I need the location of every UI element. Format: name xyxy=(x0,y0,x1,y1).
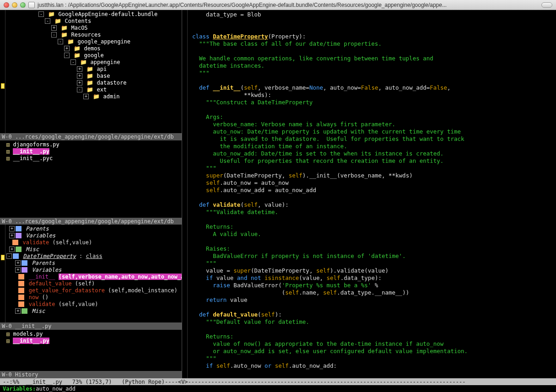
expand-collapse-icon[interactable]: - xyxy=(38,11,44,17)
outline-item[interactable]: + Parents xyxy=(6,260,182,267)
tree-item[interactable]: + 📁 api xyxy=(6,66,182,73)
tree-item[interactable]: - 📁 Resources xyxy=(6,32,182,38)
folder-icon: 📁 xyxy=(80,59,87,65)
minibuffer[interactable]: Variables: auto_now_add xyxy=(0,385,556,392)
directory-tree[interactable]: - 📁 GoogleAppEngine-default.bundle- 📁 Co… xyxy=(0,10,182,101)
code-line: Returns: xyxy=(192,223,551,231)
folder-icon: 📁 xyxy=(74,52,81,59)
code-line: class DateTimeProperty(Property): xyxy=(192,33,551,40)
gutter-mark-icon xyxy=(1,255,5,260)
expand-collapse-icon[interactable]: - xyxy=(6,253,12,259)
code-line: def __init__(self, verbose_name=None, au… xyxy=(192,84,551,91)
list-item[interactable]: ▤ __init__.py xyxy=(1,338,182,344)
expand-collapse-icon[interactable]: + xyxy=(77,66,82,72)
expand-collapse-icon[interactable]: + xyxy=(64,46,70,51)
expand-collapse-icon[interactable]: + xyxy=(15,308,21,314)
folder-icon: 📁 xyxy=(74,45,81,52)
expand-collapse-icon[interactable]: - xyxy=(45,18,50,24)
expand-collapse-icon[interactable]: + xyxy=(9,233,15,238)
list-item[interactable]: ▤ __init__.pyc xyxy=(1,155,182,162)
tree-item-label: datastore xyxy=(97,80,126,86)
outline-tree[interactable]: + Parents+ Variables validate (self,valu… xyxy=(0,225,182,316)
outline-item[interactable]: default_value (self) xyxy=(6,280,182,287)
method-icon xyxy=(12,240,18,245)
outline-item[interactable]: + Misc xyxy=(6,246,182,253)
outline-item[interactable]: get_value_for_datastore (self,model_inst… xyxy=(6,287,182,294)
tree-item[interactable]: + 📁 datastore xyxy=(6,80,182,86)
minimize-icon[interactable] xyxy=(12,2,17,8)
list-item[interactable]: ▤ models.py xyxy=(1,331,182,338)
tree-item[interactable]: + 📁 MacOS xyxy=(6,25,182,32)
outline-item[interactable]: + Parents xyxy=(6,226,182,232)
tree-item[interactable]: + 📁 base xyxy=(6,73,182,80)
tree-item[interactable]: + 📁 admin xyxy=(6,93,182,100)
code-line: """ xyxy=(192,165,551,172)
code-line xyxy=(192,326,551,333)
code-line: """ xyxy=(192,355,551,362)
code-line: """ xyxy=(192,260,551,267)
outline-item[interactable]: + Variables xyxy=(6,232,182,239)
tree-item[interactable]: - 📁 Contents xyxy=(6,18,182,25)
expand-collapse-icon[interactable]: + xyxy=(9,247,15,252)
outline-item[interactable]: - DateTimeProperty : class xyxy=(6,253,182,260)
list-item[interactable]: ▤ __init__.py xyxy=(1,148,182,155)
tree-item[interactable]: + 📁 demos xyxy=(6,45,182,52)
window-titlebar: justthis.lan : /Applications/GoogleAppEn… xyxy=(0,0,556,10)
titlebar-pill-icon[interactable] xyxy=(541,2,552,8)
expand-collapse-icon[interactable]: - xyxy=(70,59,76,65)
expand-collapse-icon[interactable]: + xyxy=(77,73,82,79)
outline-item[interactable]: validate (self,value) xyxy=(6,301,182,308)
file-list-2-header: W-0 __init__.py xyxy=(0,322,182,330)
expand-collapse-icon[interactable]: + xyxy=(15,260,21,266)
expand-collapse-icon[interactable]: - xyxy=(77,87,82,92)
code-line xyxy=(192,194,551,201)
code-line: the modification time of an instance. xyxy=(192,143,551,150)
expand-collapse-icon[interactable]: - xyxy=(64,53,70,58)
method-icon xyxy=(18,281,24,286)
outline-item[interactable]: validate (self,value) xyxy=(6,239,182,246)
tree-item-label: GoogleAppEngine-default.bundle xyxy=(58,11,157,17)
code-line: Useful for properties that record the cr… xyxy=(192,157,551,165)
expand-collapse-icon[interactable]: + xyxy=(51,25,57,31)
code-line xyxy=(192,77,551,84)
folder-icon: 📁 xyxy=(86,73,93,79)
folder-icon: 📁 xyxy=(86,66,93,72)
code-line: value = super(DateTimeProperty, self).va… xyxy=(192,267,551,274)
tree-item-label: ext xyxy=(97,86,107,93)
code-line: datetime instances. xyxy=(192,62,551,70)
code-line: Raises: xyxy=(192,245,551,252)
outline-item[interactable]: now () xyxy=(6,294,182,301)
list-item[interactable]: ▤ djangoforms.py xyxy=(1,141,182,148)
code-line: We handle common operations, like conver… xyxy=(192,55,551,62)
outline-item[interactable]: + Variables xyxy=(6,267,182,274)
file-list-2[interactable]: ▤ models.py▤ __init__.py xyxy=(0,330,182,345)
expand-collapse-icon[interactable]: - xyxy=(51,32,57,38)
tree-item[interactable]: - 📁 ext xyxy=(6,86,182,93)
code-editor[interactable]: data_type = Blob class DateTimeProperty(… xyxy=(182,10,556,378)
tree-item[interactable]: - 📁 google_appengine xyxy=(6,38,182,45)
method-icon xyxy=(18,274,24,279)
expand-collapse-icon[interactable]: + xyxy=(15,267,21,273)
outline-item[interactable]: __init__ (self,verbose_name,auto_now,aut… xyxy=(6,274,182,280)
expand-collapse-icon[interactable]: + xyxy=(83,94,89,99)
expand-collapse-icon[interactable]: + xyxy=(9,226,15,231)
close-icon[interactable] xyxy=(4,2,9,8)
tree-item[interactable]: - 📁 google xyxy=(6,52,182,59)
tree-item[interactable]: - 📁 GoogleAppEngine-default.bundle xyxy=(6,11,182,18)
file-list-1[interactable]: ▤ djangoforms.py▤ __init__.py▤ __init__.… xyxy=(0,140,182,163)
history-header: W-0 History xyxy=(0,371,182,378)
file-name: __init__.py xyxy=(13,338,49,344)
zoom-icon[interactable] xyxy=(20,2,26,8)
outline-item[interactable]: + Misc xyxy=(6,308,182,315)
gutter-mark-icon xyxy=(1,83,5,89)
tree-item[interactable]: - 📁 appengine xyxy=(6,59,182,66)
minibuffer-value: auto_now_add xyxy=(36,386,76,392)
code-line: """Construct a DateTimeProperty xyxy=(192,99,551,106)
folder-icon: 📁 xyxy=(61,25,68,31)
tree-item-label: base xyxy=(97,73,110,79)
window-title: justthis.lan : /Applications/GoogleAppEn… xyxy=(38,2,539,8)
file-icon: ▤ xyxy=(6,141,10,148)
code-line xyxy=(192,106,551,113)
expand-collapse-icon[interactable]: + xyxy=(77,80,82,86)
expand-collapse-icon[interactable]: - xyxy=(58,39,63,44)
